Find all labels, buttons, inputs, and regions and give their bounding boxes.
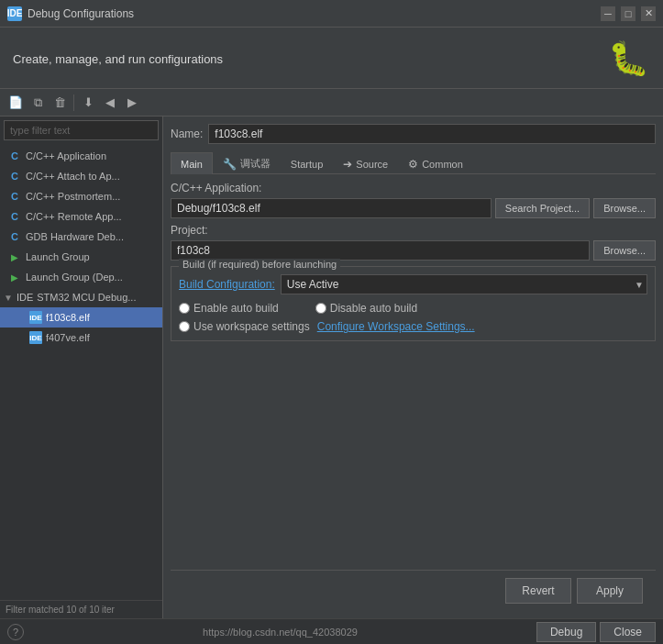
name-row: Name: — [171, 124, 656, 144]
cpp-app-input[interactable] — [171, 198, 492, 218]
configure-workspace-link[interactable]: Configure Workspace Settings... — [317, 320, 475, 333]
build-config-label[interactable]: Build Configuration: — [179, 278, 275, 291]
enable-auto-build-label[interactable]: Enable auto build — [179, 302, 279, 315]
config-tree: C C/C++ Application C C/C++ Attach to Ap… — [0, 144, 162, 600]
project-row: Browse... — [171, 240, 656, 261]
launch-icon: ▶ — [7, 250, 22, 264]
launch-dep-icon: ▶ — [7, 270, 22, 284]
left-panel: C C/C++ Application C C/C++ Attach to Ap… — [0, 117, 163, 618]
browse-button-1[interactable]: Browse... — [593, 198, 656, 218]
tab-main-label: Main — [181, 159, 203, 170]
name-input[interactable] — [208, 124, 656, 144]
build-config-select[interactable]: Use Active — [281, 274, 647, 294]
tab-debugger[interactable]: 🔧 调试器 — [213, 152, 281, 174]
disable-auto-build-label[interactable]: Disable auto build — [315, 302, 417, 315]
c-icon: C — [7, 229, 22, 244]
workspace-settings-radio[interactable] — [179, 321, 190, 332]
workspace-settings-text: Use workspace settings — [193, 320, 310, 333]
auto-build-radio-row: Enable auto build Disable auto build — [179, 302, 647, 315]
tree-item-f407ve[interactable]: IDE f407ve.elf — [0, 328, 162, 348]
common-icon: ⚙ — [408, 158, 418, 171]
delete-button[interactable]: 🗑 — [50, 93, 70, 113]
search-project-button[interactable]: Search Project... — [495, 198, 590, 218]
tree-item-f103c8[interactable]: IDE f103c8.elf — [0, 307, 162, 328]
tree-item-cpp-attach[interactable]: C C/C++ Attach to Ap... — [0, 166, 162, 186]
filter-button[interactable]: ⬇ — [78, 93, 98, 113]
browse-button-2[interactable]: Browse... — [593, 240, 656, 261]
name-label: Name: — [171, 128, 203, 140]
build-group: Build (if required) before launching Bui… — [171, 266, 656, 341]
status-url: https://blog.csdn.net/qq_42038029 — [203, 627, 358, 638]
tree-item-cpp-postmortem[interactable]: C C/C++ Postmortem... — [0, 186, 162, 206]
cpp-app-row: Search Project... Browse... — [171, 198, 656, 218]
disable-auto-build-text: Disable auto build — [330, 302, 417, 315]
title-bar: IDE Debug Configurations ─ □ ✕ — [0, 0, 663, 28]
build-config-row: Build Configuration: Use Active ▼ — [179, 274, 647, 294]
window-title: Debug Configurations — [28, 7, 134, 20]
ide-icon-f407: IDE — [29, 331, 42, 344]
bug-icon: 🐛 — [606, 37, 650, 81]
ide-icon-selected: IDE — [29, 311, 42, 324]
c-icon: C — [7, 209, 22, 224]
dialog-header: Create, manage, and run configurations 🐛 — [0, 28, 663, 89]
c-icon: C — [7, 169, 22, 183]
tab-common-label: Common — [422, 159, 463, 170]
filter-input[interactable] — [4, 120, 159, 140]
enable-auto-build-text: Enable auto build — [193, 302, 279, 315]
app-icon: IDE — [7, 6, 22, 21]
apply-button[interactable]: Apply — [577, 578, 643, 604]
filter-status: Filter matched 10 of 10 iter — [0, 600, 162, 618]
cpp-app-label: C/C++ Application: — [171, 182, 656, 194]
close-button[interactable]: ✕ — [641, 6, 656, 21]
tree-item-cpp-app[interactable]: C C/C++ Application — [0, 146, 162, 166]
tab-main[interactable]: Main — [171, 152, 213, 174]
help-button[interactable]: ? — [7, 624, 24, 640]
duplicate-button[interactable]: ⧉ — [28, 93, 48, 113]
tabs-bar: Main 🔧 调试器 Startup ➔ Source ⚙ Common — [171, 151, 656, 174]
workspace-row: Use workspace settings Configure Workspa… — [179, 320, 647, 333]
project-input[interactable] — [171, 240, 590, 261]
ide-icon: IDE — [17, 292, 33, 303]
launch-group-label: Launch Group — [26, 251, 90, 262]
content-area: C C/C++ Application C C/C++ Attach to Ap… — [0, 117, 663, 618]
dialog: Create, manage, and run configurations 🐛… — [0, 28, 663, 644]
minimize-button[interactable]: ─ — [601, 6, 615, 21]
form-area: C/C++ Application: Search Project... Bro… — [171, 182, 656, 570]
tab-startup[interactable]: Startup — [281, 152, 333, 174]
expand-arrow-icon: ▼ — [4, 293, 13, 303]
disable-auto-build-radio[interactable] — [315, 303, 326, 314]
tab-source[interactable]: ➔ Source — [333, 152, 398, 174]
expand-button[interactable]: ▶ — [122, 93, 142, 113]
new-config-button[interactable]: 📄 — [6, 93, 26, 113]
revert-button[interactable]: Revert — [505, 578, 571, 604]
enable-auto-build-radio[interactable] — [179, 303, 190, 314]
c-icon: C — [7, 189, 22, 204]
tree-item-launch-group-dep[interactable]: ▶ Launch Group (Dep... — [0, 267, 162, 287]
toolbar-separator — [73, 94, 74, 111]
tab-source-label: Source — [356, 159, 388, 170]
status-bar: ? https://blog.csdn.net/qq_42038029 Debu… — [0, 618, 663, 644]
right-panel: Name: Main 🔧 调试器 Startup ➔ Source — [163, 117, 663, 618]
tab-common[interactable]: ⚙ Common — [398, 152, 473, 174]
config-bottom-bar: Revert Apply — [171, 570, 656, 611]
build-config-select-wrapper[interactable]: Use Active ▼ — [281, 274, 647, 294]
tab-debugger-label: 调试器 — [240, 157, 271, 171]
maximize-button[interactable]: □ — [621, 6, 635, 21]
dialog-subtitle: Create, manage, and run configurations — [13, 52, 223, 66]
project-label: Project: — [171, 224, 656, 237]
debugger-icon: 🔧 — [223, 158, 237, 171]
c-icon: C — [7, 149, 22, 163]
tree-item-gdb-hardware[interactable]: C GDB Hardware Deb... — [0, 227, 162, 247]
toolbar: 📄 ⧉ 🗑 ⬇ ◀ ▶ — [0, 89, 663, 117]
collapse-button[interactable]: ◀ — [100, 93, 120, 113]
build-group-title: Build (if required) before launching — [179, 259, 340, 270]
dialog-close-button[interactable]: Close — [600, 622, 656, 642]
source-icon: ➔ — [343, 158, 352, 171]
tab-startup-label: Startup — [291, 159, 323, 170]
tree-item-stm32[interactable]: ▼ IDE STM32 MCU Debug... — [0, 287, 162, 307]
workspace-settings-label[interactable]: Use workspace settings — [179, 320, 310, 333]
debug-button[interactable]: Debug — [536, 622, 596, 642]
tree-item-launch-group[interactable]: ▶ Launch Group — [0, 247, 162, 267]
tree-item-cpp-remote[interactable]: C C/C++ Remote App... — [0, 206, 162, 227]
